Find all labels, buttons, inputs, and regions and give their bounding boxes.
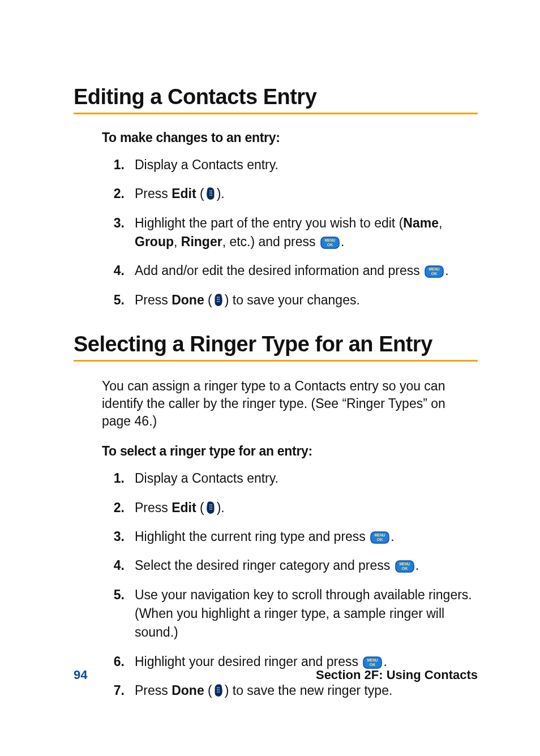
step-text-pre: Add and/or edit the desired information … bbox=[135, 263, 423, 278]
para-ringer-intro: You can assign a ringer type to a Contac… bbox=[102, 377, 453, 430]
menu-ok-icon bbox=[363, 655, 382, 668]
menu-ok-icon bbox=[395, 559, 414, 572]
right-softkey-icon bbox=[205, 187, 216, 200]
step-text-post: . bbox=[383, 654, 387, 669]
step-text: Use your navigation key to scroll throug… bbox=[135, 587, 472, 640]
step-text-post: . bbox=[391, 529, 394, 544]
steps-edit-entry: Display a Contacts entry. Press Edit ().… bbox=[102, 156, 478, 310]
step-1: Display a Contacts entry. bbox=[102, 469, 474, 488]
step-text-pre: Select the desired ringer category and p… bbox=[135, 558, 394, 573]
page-number: 94 bbox=[74, 668, 87, 682]
menu-ok-icon bbox=[370, 530, 389, 543]
step-text-bold-group: Group bbox=[135, 234, 174, 249]
page-footer: 94 Section 2F: Using Contacts bbox=[74, 668, 478, 682]
step-text-paren-close: ) to save the new ringer type. bbox=[225, 683, 393, 698]
step-text-post2: . bbox=[341, 234, 344, 249]
footer-section-label: Section 2F: Using Contacts bbox=[316, 668, 478, 682]
step-text-paren-open: ( bbox=[204, 293, 212, 307]
heading-editing-contacts: Editing a Contacts Entry bbox=[74, 85, 478, 109]
heading-selecting-ringer: Selecting a Ringer Type for an Entry bbox=[74, 332, 478, 356]
step-text-post: . bbox=[445, 263, 448, 278]
left-softkey-icon bbox=[213, 293, 224, 307]
step-text-pre: Press bbox=[135, 293, 172, 307]
step-text-paren-close: ). bbox=[217, 500, 225, 515]
step-text-pre: Highlight the part of the entry you wish… bbox=[135, 216, 403, 230]
step-3: Highlight the current ring type and pres… bbox=[102, 527, 474, 546]
left-softkey-icon bbox=[213, 684, 224, 697]
step-text-comma: , bbox=[174, 234, 181, 249]
step-text-paren-open: ( bbox=[204, 683, 212, 698]
step-2: Press Edit (). bbox=[102, 184, 474, 203]
step-text-paren-open: ( bbox=[196, 186, 204, 201]
step-3: Highlight the part of the entry you wish… bbox=[102, 214, 474, 252]
steps-select-ringer: Display a Contacts entry. Press Edit ().… bbox=[102, 469, 478, 700]
step-text: Display a Contacts entry. bbox=[135, 471, 278, 486]
step-text-comma: , bbox=[439, 216, 442, 230]
step-4: Add and/or edit the desired information … bbox=[102, 261, 474, 280]
manual-page: Editing a Contacts Entry To make changes… bbox=[0, 0, 540, 756]
step-1: Display a Contacts entry. bbox=[102, 156, 474, 174]
step-text-bold: Done bbox=[172, 683, 204, 698]
menu-ok-icon bbox=[425, 264, 444, 277]
intro-edit-entry: To make changes to an entry: bbox=[102, 130, 478, 145]
step-7: Press Done () to save the new ringer typ… bbox=[102, 681, 474, 700]
step-text-bold-ringer: Ringer bbox=[181, 234, 222, 249]
step-text-bold: Done bbox=[172, 293, 204, 307]
step-text-pre: Press bbox=[135, 683, 172, 698]
intro-select-ringer: To select a ringer type for an entry: bbox=[102, 444, 478, 459]
step-text-bold-name: Name bbox=[403, 216, 439, 230]
step-text-paren-close: ) to save your changes. bbox=[225, 293, 360, 307]
menu-ok-icon bbox=[320, 235, 340, 248]
step-text-pre: Press bbox=[135, 186, 172, 201]
step-text: Display a Contacts entry. bbox=[135, 157, 278, 172]
step-text-pre: Highlight the current ring type and pres… bbox=[135, 529, 369, 544]
right-softkey-icon bbox=[205, 501, 216, 514]
section-rule bbox=[74, 360, 478, 362]
section-rule bbox=[74, 113, 478, 114]
step-2: Press Edit (). bbox=[102, 499, 474, 517]
step-text-bold: Edit bbox=[172, 500, 196, 515]
step-text-paren-open: ( bbox=[196, 500, 204, 515]
step-5: Use your navigation key to scroll throug… bbox=[102, 586, 474, 642]
step-5: Press Done () to save your changes. bbox=[102, 291, 474, 310]
step-text-bold: Edit bbox=[172, 186, 196, 201]
step-4: Select the desired ringer category and p… bbox=[102, 556, 474, 575]
step-text-paren-close: ). bbox=[217, 186, 225, 201]
step-text-pre: Highlight your desired ringer and press bbox=[135, 654, 362, 669]
step-text-post1: , etc.) and press bbox=[222, 234, 319, 249]
step-text-post: . bbox=[415, 558, 419, 573]
step-text-pre: Press bbox=[135, 500, 172, 515]
